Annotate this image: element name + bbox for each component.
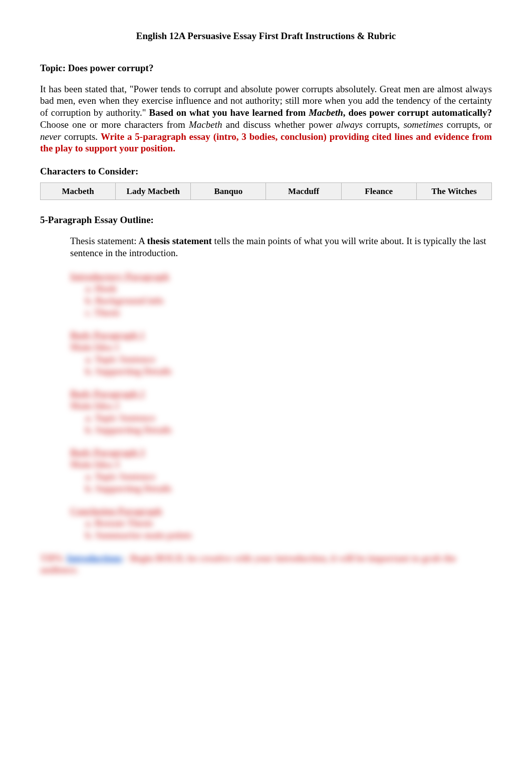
blurred-link: Introductions (67, 553, 122, 563)
prompt-italic: sometimes (403, 119, 443, 130)
character-cell: Fleance (341, 182, 416, 200)
table-row: Macbeth Lady Macbeth Banquo Macduff Flea… (41, 182, 492, 200)
topic-heading: Topic: Does power corrupt? (40, 62, 492, 74)
blurred-heading: Conclusion Paragraph (70, 505, 492, 517)
blurred-heading: Body Paragraph 3 (70, 447, 492, 459)
prompt-bold: , does power corrupt automatically? (343, 107, 492, 118)
prompt-italic: never (40, 131, 61, 142)
blurred-intro: Introductory Paragraph a. Hook b. Backgr… (70, 271, 492, 318)
blurred-heading: Body Paragraph 1 (70, 329, 492, 341)
blurred-item: a. Topic Sentence (85, 412, 492, 424)
blurred-body2: Body Paragraph 2 Main Idea 2 a. Topic Se… (70, 388, 492, 436)
blurred-item: b. Supporting Details (85, 424, 492, 436)
prompt-text: corrupts, or (443, 119, 492, 130)
blurred-item: b. Supporting Details (85, 365, 492, 377)
outline-heading: 5-Paragraph Essay Outline: (40, 214, 492, 226)
blurred-item: a. Hook (85, 283, 492, 295)
blurred-body3: Body Paragraph 3 Main Idea 3 a. Topic Se… (70, 447, 492, 494)
blurred-tips: TIPS: (40, 553, 67, 563)
blurred-item: a. Topic Sentence (85, 353, 492, 365)
prompt-paragraph: It has been stated that, "Power tends to… (40, 83, 492, 155)
character-cell: Macbeth (41, 182, 116, 200)
blurred-heading: Introductory Paragraph (70, 271, 492, 283)
prompt-macbeth: Macbeth (309, 107, 343, 118)
blurred-item: c. Thesis (85, 307, 492, 319)
thesis-text: Thesis statement: A (70, 236, 147, 246)
blurred-subheading: Main Idea 3 (70, 459, 492, 471)
blurred-subheading: Main Idea 1 (70, 341, 492, 353)
thesis-paragraph: Thesis statement: A thesis statement tel… (70, 235, 492, 259)
prompt-text: corrupts, (363, 119, 404, 130)
blurred-content: Introductory Paragraph a. Hook b. Backgr… (70, 271, 492, 576)
blurred-conclusion: Conclusion Paragraph a. Restate Thesis b… (70, 505, 492, 541)
blurred-item: b. Summarize main points (85, 529, 492, 541)
blurred-body1: Body Paragraph 1 Main Idea 1 a. Topic Se… (70, 329, 492, 377)
prompt-italic: always (336, 119, 363, 130)
blurred-item: b. Background info (85, 295, 492, 307)
prompt-text: Choose one or more characters from (40, 119, 189, 130)
prompt-text: corrupts. (61, 131, 101, 142)
blurred-heading: Body Paragraph 2 (70, 388, 492, 400)
blurred-item: b. Supporting Details (85, 483, 492, 495)
thesis-bold: thesis statement (147, 236, 212, 246)
character-cell: The Witches (416, 182, 491, 200)
prompt-text: and discuss whether power (222, 119, 337, 130)
character-cell: Macduff (266, 182, 341, 200)
blurred-item: a. Restate Thesis (85, 517, 492, 529)
characters-table: Macbeth Lady Macbeth Banquo Macduff Flea… (40, 182, 492, 200)
characters-heading: Characters to Consider: (40, 165, 492, 177)
prompt-bold: Based on what you have learned from (149, 107, 309, 118)
blurred-subheading: Main Idea 2 (70, 400, 492, 412)
character-cell: Lady Macbeth (116, 182, 191, 200)
prompt-instruction: Write a 5-paragraph essay (intro, 3 bodi… (40, 131, 492, 154)
blurred-item: a. Topic Sentence (85, 471, 492, 483)
blurred-footer: TIPS: Introductions - Begin BOLD, be cre… (40, 552, 492, 576)
character-cell: Banquo (191, 182, 266, 200)
prompt-italic: Macbeth (189, 119, 222, 130)
page-title: English 12A Persuasive Essay First Draft… (40, 30, 492, 42)
